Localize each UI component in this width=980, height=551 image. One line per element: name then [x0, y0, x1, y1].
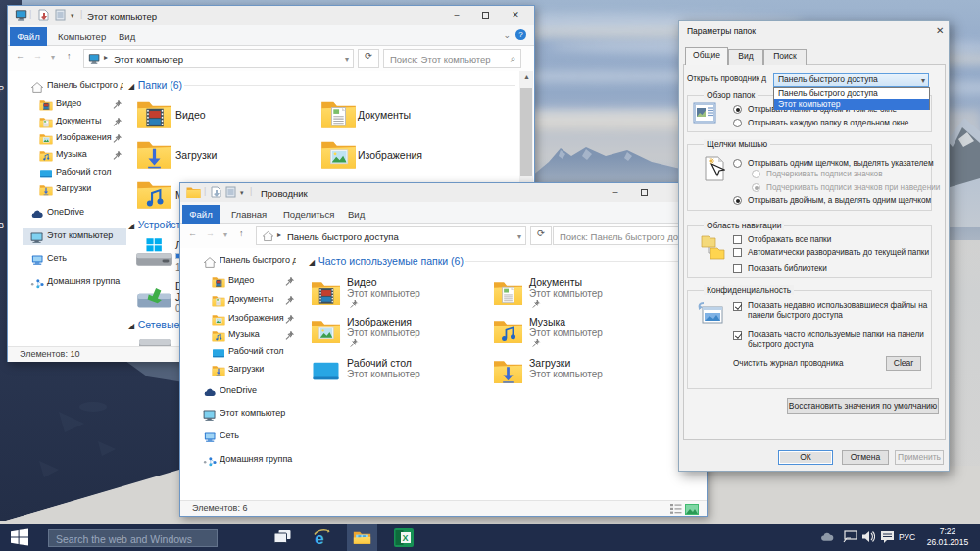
svg-text:X: X	[403, 533, 409, 543]
svg-text:Р: Р	[0, 84, 4, 94]
svg-text:В: В	[0, 221, 4, 230]
